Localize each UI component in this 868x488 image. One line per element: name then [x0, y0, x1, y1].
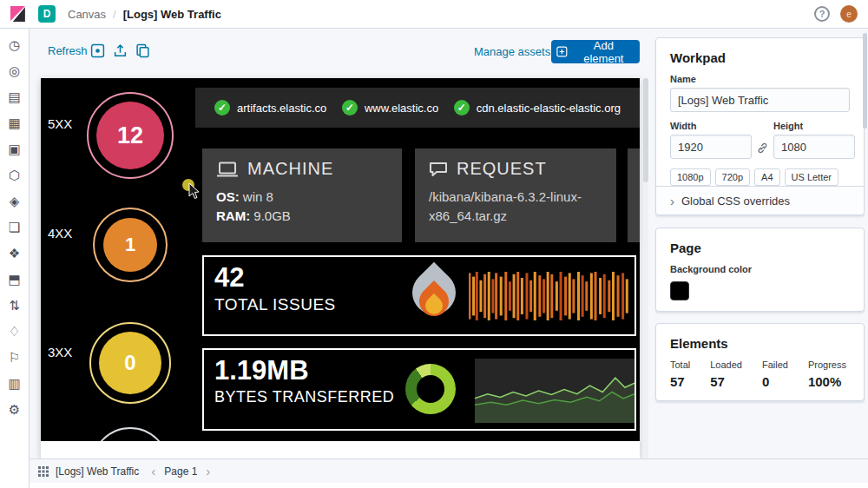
machine-panel[interactable]: MACHINE OS: win 8 RAM: 9.0GB: [202, 148, 402, 242]
donut-chart: [405, 364, 456, 414]
dev-tools-icon[interactable]: ⚐: [9, 350, 20, 366]
gauge-label: 5XX: [48, 116, 72, 131]
elements-card-title: Elements: [670, 336, 850, 351]
avatar[interactable]: e: [840, 5, 858, 23]
elements-card: Elements Total57Loaded57Failed0Progress1…: [655, 323, 865, 401]
preset-us-letter[interactable]: US Letter: [785, 168, 838, 186]
machine-title: MACHINE: [247, 159, 333, 179]
kibana-logo-icon[interactable]: [10, 6, 26, 22]
total-issues-panel[interactable]: 42 TOTAL ISSUES: [202, 255, 636, 336]
toolbar-icons: [90, 43, 150, 58]
bytes-label: BYTES TRANSFERRED: [214, 388, 394, 406]
machine-learning-icon[interactable]: ◈: [10, 194, 20, 209]
management-icon[interactable]: ⚙: [9, 402, 20, 418]
left-nav: ◷◎▤▦▣⬡◈❏❖⬒⇅♢⚐▥⚙: [0, 29, 30, 488]
global-css-accordion[interactable]: › Global CSS overrides: [656, 186, 864, 214]
status-strip[interactable]: ✓artifacts.elastic.co✓www.elastic.co✓cdn…: [195, 88, 640, 128]
gauge-value: 12: [117, 122, 143, 149]
gauge-3xx[interactable]: 3XX0: [41, 78, 195, 441]
gauge-4xx[interactable]: 4XX1: [41, 78, 195, 441]
workpad-page: 5XX124XX13XX0 ✓artifacts.elastic.co✓www.…: [41, 78, 640, 458]
status-item: ✓artifacts.elastic.co: [214, 100, 326, 115]
stat-loaded: Loaded57: [710, 359, 742, 389]
background-color-swatch[interactable]: [670, 281, 689, 300]
page-scrollbar[interactable]: [863, 33, 867, 480]
top-header: D Canvas / [Logs] Web Traffic ? e: [0, 0, 868, 29]
donut-hole: [417, 375, 444, 403]
main-area: Refresh Manage assets Add element 5XX124…: [30, 29, 868, 488]
stat-total: Total57: [670, 359, 690, 389]
infrastructure-icon[interactable]: ❏: [9, 220, 20, 235]
height-label: Height: [773, 121, 855, 131]
uptime-icon[interactable]: ⇅: [9, 298, 20, 313]
machine-icon: [216, 162, 239, 177]
dashboard-icon[interactable]: ▦: [8, 115, 20, 131]
control-settings-icon[interactable]: [90, 43, 105, 58]
workpad-settings-card: Workpad Name Width Height 1080p720pA4US …: [655, 37, 865, 215]
background-color-label: Background color: [670, 264, 850, 274]
workpad-name-input[interactable]: [670, 88, 850, 112]
workpad-canvas[interactable]: 5XX124XX13XX0 ✓artifacts.elastic.co✓www.…: [41, 78, 640, 441]
previous-page-button[interactable]: ‹: [151, 465, 155, 478]
left-nav-items: ◷◎▤▦▣⬡◈❏❖⬒⇅♢⚐▥⚙: [8, 37, 20, 418]
graph-icon[interactable]: ♢: [9, 324, 20, 340]
canvas-scrollbar[interactable]: [643, 78, 648, 458]
discover-icon[interactable]: ◎: [9, 63, 20, 79]
preset-1080p[interactable]: 1080p: [670, 168, 711, 186]
bytes-transferred-panel[interactable]: 1.19MB BYTES TRANSFERRED: [202, 348, 636, 431]
monitoring-icon[interactable]: ▥: [8, 376, 20, 392]
page-indicator: Page 1: [164, 465, 197, 478]
apm-icon[interactable]: ⬒: [8, 272, 20, 287]
add-element-icon: [556, 46, 568, 57]
manage-assets-link[interactable]: Manage assets: [474, 45, 550, 58]
add-element-button[interactable]: Add element: [551, 40, 640, 63]
space-badge[interactable]: D: [38, 5, 56, 23]
barcode-chart: [469, 272, 630, 320]
clipped-panel: [628, 148, 640, 242]
height-input[interactable]: [773, 135, 855, 159]
bytes-value: 1.19MB: [214, 357, 394, 386]
recent-icon[interactable]: ◷: [9, 37, 20, 53]
footer-workpad-name: [Logs] Web Traffic: [56, 465, 139, 478]
page-settings-card: Page Background color: [655, 228, 865, 312]
status-item: ✓www.elastic.co: [342, 100, 438, 115]
mouse-cursor: [188, 182, 201, 200]
name-label: Name: [670, 74, 850, 84]
check-icon: ✓: [342, 100, 358, 115]
global-css-label: Global CSS overrides: [681, 195, 790, 208]
request-path: /kibana/kibana-6.3.2-linux- x86_64.tar.g…: [429, 188, 602, 226]
visualize-icon[interactable]: ▤: [8, 89, 20, 105]
width-input[interactable]: [670, 135, 752, 159]
size-presets: 1080p720pA4US Letter: [670, 168, 850, 186]
aspect-link-icon[interactable]: [757, 136, 768, 159]
page-card-title: Page: [670, 241, 850, 255]
canvas-icon[interactable]: ▣: [8, 142, 20, 157]
logs-icon[interactable]: ❖: [9, 246, 20, 261]
status-label: artifacts.elastic.co: [237, 102, 326, 115]
stat-failed: Failed0: [762, 359, 788, 389]
breadcrumb-separator: /: [113, 8, 116, 21]
workpad-grid-icon[interactable]: [38, 466, 49, 477]
next-page-button[interactable]: ›: [206, 465, 210, 478]
canvas-scrollbar-thumb[interactable]: [643, 78, 648, 182]
gauge-5xx[interactable]: 5XX12: [41, 78, 195, 441]
add-element-label: Add element: [573, 39, 635, 65]
status-item: ✓cdn.elastic-elastic-elastic.org: [454, 100, 621, 115]
machine-os-line: OS: win 8: [216, 188, 388, 207]
preset-a4[interactable]: A4: [754, 168, 779, 186]
breadcrumb-canvas[interactable]: Canvas: [68, 8, 106, 21]
status-label: cdn.elastic-elastic-elastic.org: [477, 102, 621, 115]
request-panel[interactable]: REQUEST /kibana/kibana-6.3.2-linux- x86_…: [415, 148, 616, 242]
share-icon[interactable]: [135, 43, 150, 58]
chevron-right-icon: ›: [670, 195, 674, 208]
page-title: [Logs] Web Traffic: [123, 8, 221, 21]
check-icon: ✓: [214, 100, 230, 115]
help-icon[interactable]: ?: [814, 6, 830, 22]
page-scrollbar-thumb[interactable]: [863, 33, 867, 129]
check-icon: ✓: [454, 100, 470, 115]
export-icon[interactable]: [113, 43, 128, 58]
gauge-ring: 1: [93, 208, 168, 282]
refresh-button[interactable]: Refresh: [48, 44, 88, 57]
preset-720p[interactable]: 720p: [715, 168, 750, 186]
maps-icon[interactable]: ⬡: [9, 168, 20, 183]
